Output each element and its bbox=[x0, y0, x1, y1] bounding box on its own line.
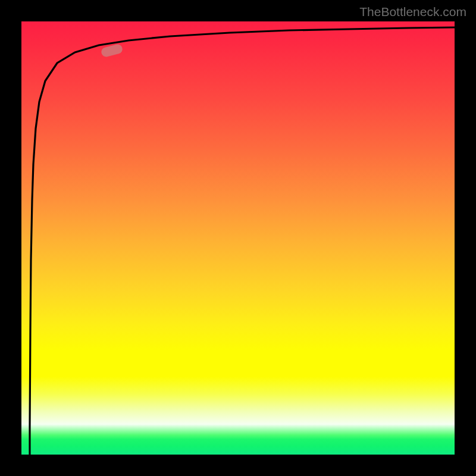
curve-line bbox=[30, 27, 455, 455]
watermark-text: TheBottleneck.com bbox=[359, 5, 466, 19]
plot-area bbox=[21, 21, 455, 455]
curve-svg bbox=[21, 21, 455, 455]
chart-container: TheBottleneck.com bbox=[0, 0, 476, 476]
